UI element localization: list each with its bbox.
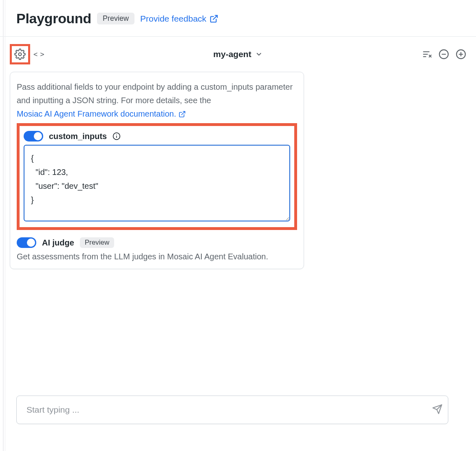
toolbar: < > my-agent [0, 37, 476, 72]
svg-point-1 [19, 53, 22, 56]
custom-inputs-label: custom_inputs [49, 132, 107, 141]
model-name: my-agent [213, 49, 251, 59]
ai-judge-badge: Preview [80, 237, 114, 248]
popover-description: Pass additional fields to your endpoint … [17, 80, 297, 121]
provide-feedback-link[interactable]: Provide feedback [140, 14, 218, 24]
external-link-icon [178, 111, 186, 118]
settings-button-highlight [10, 44, 30, 64]
page-title: Playground [16, 11, 91, 27]
send-button[interactable] [432, 404, 443, 416]
framework-doc-link-text: Mosiac AI Agent Framework documentation. [17, 107, 176, 121]
model-selector[interactable]: my-agent [213, 49, 262, 59]
popover-desc-text: Pass additional fields to your endpoint … [17, 82, 293, 105]
ai-judge-toggle[interactable] [17, 237, 36, 248]
minus-circle-icon[interactable] [439, 49, 449, 60]
preview-badge: Preview [97, 13, 134, 24]
svg-line-0 [214, 15, 218, 19]
code-icon[interactable]: < > [33, 50, 44, 58]
custom-inputs-textarea[interactable] [24, 145, 290, 221]
send-icon [432, 404, 443, 415]
plus-circle-icon[interactable] [456, 49, 466, 60]
clear-filter-icon[interactable] [422, 49, 432, 59]
svg-line-12 [182, 111, 185, 115]
page-header: Playground Preview Provide feedback [0, 0, 476, 37]
provide-feedback-label: Provide feedback [140, 14, 206, 24]
framework-doc-link[interactable]: Mosiac AI Agent Framework documentation. [17, 107, 186, 121]
ai-judge-label: AI judge [42, 238, 74, 248]
info-icon[interactable] [112, 132, 121, 140]
custom-inputs-highlight: custom_inputs [17, 123, 297, 230]
custom-inputs-toggle[interactable] [24, 131, 43, 141]
ai-judge-desc: Get assessments from the LLM judges in M… [17, 250, 297, 261]
external-link-icon [209, 14, 218, 23]
settings-popover: Pass additional fields to your endpoint … [10, 72, 304, 269]
gear-icon[interactable] [14, 49, 26, 60]
chevron-down-icon [256, 51, 263, 58]
chat-input[interactable] [16, 396, 448, 424]
chat-input-container [16, 396, 448, 424]
